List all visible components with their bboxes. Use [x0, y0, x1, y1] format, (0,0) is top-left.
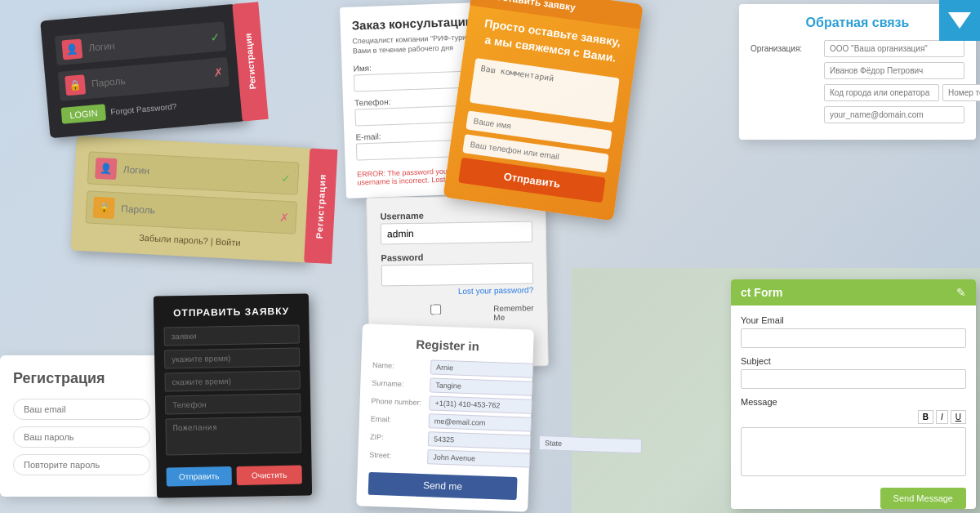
lock-icon: 🔒	[65, 74, 86, 96]
org-input[interactable]	[824, 40, 964, 57]
send-request-title: ОТПРАВИТЬ ЗАЯВКУ	[163, 306, 299, 319]
email-label: Your Email	[741, 315, 966, 325]
org-row: Организация:	[751, 40, 964, 57]
send-wishes-textarea[interactable]	[165, 417, 301, 456]
logo-triangle	[948, 12, 971, 29]
reg-email-input[interactable]	[429, 413, 532, 431]
contact-email-input[interactable]	[741, 328, 966, 348]
underline-btn[interactable]: U	[951, 410, 966, 424]
reg-confirm-input[interactable]	[13, 454, 150, 475]
phone-label: Phone number:	[371, 397, 424, 407]
email-input[interactable]	[824, 106, 964, 123]
subject-label: Subject	[741, 356, 966, 366]
reg-zip-input[interactable]	[428, 431, 532, 449]
send-me-btn[interactable]: Send me	[368, 472, 518, 500]
zip-label: ZIP:	[370, 433, 423, 443]
forgot-text[interactable]: Забыли пароль? | Войти	[84, 230, 295, 250]
feedback-title: Обратная связь	[751, 16, 964, 30]
edit-icon[interactable]: ✎	[956, 286, 966, 299]
phone-row: Phone number:	[371, 394, 520, 413]
name-label: Name:	[372, 361, 425, 371]
comment-textarea[interactable]	[470, 58, 620, 123]
reg-email-input[interactable]	[13, 399, 150, 420]
format-row: B I U	[741, 410, 966, 424]
bold-btn[interactable]: B	[918, 410, 933, 424]
street-label: Street:	[369, 451, 422, 461]
fullname-input[interactable]	[824, 62, 964, 79]
beige-password-row: 🔒 ✗	[85, 190, 297, 234]
lost-password-link[interactable]: Lost your password?	[381, 285, 533, 297]
email-row	[751, 106, 964, 123]
orange-request-card: ★ Оставить заявку Просто оставьте заявку…	[443, 0, 643, 221]
street-row: Street:	[369, 448, 519, 467]
contact-title: ct Form	[741, 286, 782, 299]
x-pink-icon: ✗	[279, 211, 290, 225]
user-pink-icon: 👤	[95, 158, 117, 180]
org-label: Организация:	[751, 44, 824, 53]
name-row: Name:	[372, 358, 522, 377]
message-label: Message	[741, 397, 966, 407]
registration-card: Регистрация	[0, 355, 163, 497]
forgot-label[interactable]: Forgot Password?	[110, 101, 177, 116]
remember-checkbox[interactable]	[381, 303, 489, 315]
italic-btn[interactable]: I	[936, 410, 948, 424]
send-field3[interactable]	[164, 371, 300, 392]
register-in-card: Register in Name: Surname: Phone number:…	[356, 323, 534, 511]
login-input[interactable]	[88, 32, 212, 54]
send-request-card: ОТПРАВИТЬ ЗАЯВКУ Отправить Очистить	[154, 293, 312, 497]
beige-password-input[interactable]	[121, 203, 279, 222]
reg-name-input[interactable]	[430, 359, 534, 377]
username-label: Username	[380, 208, 532, 221]
user-icon: 👤	[61, 38, 82, 60]
surname-row: Surname:	[372, 376, 521, 395]
check-icon: ✓	[210, 30, 220, 44]
zip-row: ZIP:	[370, 430, 519, 449]
check-green-icon: ✓	[281, 172, 292, 185]
login-button[interactable]: LOGIN	[61, 104, 107, 124]
beige-login-row: 👤 ✓	[87, 151, 300, 194]
contact-body: Your Email Subject Message B I U Send Me…	[731, 306, 976, 497]
orange-header-text: Оставить заявку	[494, 0, 576, 13]
wp-password-input[interactable]	[381, 262, 533, 286]
beige-login-input[interactable]	[122, 164, 281, 184]
contact-header: ct Form ✎	[731, 279, 976, 306]
login-dark-card: 👤 ✓ 🔒 ✗ LOGIN Forgot Password? Регистрац…	[40, 4, 246, 138]
send-phone-input[interactable]	[165, 394, 301, 415]
register-in-title: Register in	[373, 336, 522, 355]
login-beige-card: 👤 ✓ 🔒 ✗ Забыли пароль? | Войти Регистрац…	[71, 136, 314, 263]
send-field1[interactable]	[164, 325, 300, 346]
corner-logo	[939, 0, 980, 41]
star-icon: ★	[480, 0, 491, 2]
send-message-btn[interactable]: Send Message	[880, 488, 966, 509]
reg-surname-input[interactable]	[430, 377, 533, 395]
phone-row	[751, 84, 964, 101]
phone-number-input[interactable]	[942, 84, 980, 101]
remember-label: Remember Me	[493, 303, 534, 322]
phone-inputs	[824, 84, 980, 101]
area-code-input[interactable]	[824, 84, 939, 101]
registration-title: Регистрация	[13, 370, 150, 387]
contact-message-textarea[interactable]	[741, 427, 966, 476]
contact-subject-input[interactable]	[741, 369, 966, 389]
send-field2[interactable]	[164, 348, 300, 369]
send-submit-btn[interactable]: Отправить	[167, 466, 232, 486]
remember-row: Remember Me	[381, 302, 533, 323]
contact-form-card: ct Form ✎ Your Email Subject Message B I…	[731, 279, 976, 509]
send-btn-row: Отправить Очистить	[167, 466, 302, 487]
reg-password-input[interactable]	[13, 426, 150, 448]
lock-pink-icon: 🔒	[93, 197, 115, 219]
email-label: Email:	[371, 415, 424, 425]
username-input[interactable]	[381, 221, 532, 244]
password-label: Password	[381, 250, 532, 262]
name-row	[751, 62, 964, 79]
email-row: Email:	[371, 412, 520, 431]
surname-label: Surname:	[372, 379, 425, 389]
reg-street-input[interactable]	[427, 449, 531, 467]
password-input[interactable]	[91, 67, 215, 89]
clear-btn[interactable]: Очистить	[237, 466, 302, 485]
reg-phone-input[interactable]	[429, 395, 532, 413]
x-icon: ✗	[213, 65, 224, 79]
